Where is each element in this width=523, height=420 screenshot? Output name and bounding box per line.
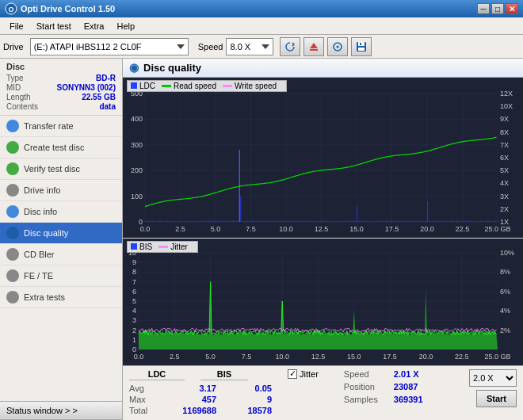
right-content: ◉ Disc quality LDC Read speed <box>123 59 523 420</box>
stats-row: LDC BIS Avg 3.17 0.05 Max 457 9 Total 11… <box>123 365 523 420</box>
top-chart-canvas <box>123 78 523 238</box>
media-button[interactable] <box>327 37 348 56</box>
title-bar: O Opti Drive Control 1.50 ─ □ ✕ <box>0 0 523 17</box>
speed-stat-label: Speed <box>344 369 387 379</box>
jitter-legend: Jitter <box>158 242 188 251</box>
nav-drive-info[interactable]: Drive info <box>0 180 122 201</box>
avg-bis-val: 0.05 <box>232 384 272 393</box>
refresh-button[interactable] <box>280 37 300 56</box>
left-panel: Disc Type BD-R MID SONYNN3 (002) Length … <box>0 59 123 420</box>
ldc-column-header: LDC <box>129 369 185 380</box>
svg-rect-3 <box>310 49 318 51</box>
speed-select[interactable]: 8.0 X <box>226 38 273 55</box>
svg-marker-2 <box>310 43 318 48</box>
speed-select-stats[interactable]: 2.0 X <box>469 369 517 387</box>
speed-label: Speed <box>198 42 223 52</box>
nav-disc-info[interactable]: Disc info <box>0 201 122 223</box>
disc-row-mid: MID SONYNN3 (002) <box>6 83 116 92</box>
disc-section: Disc Type BD-R MID SONYNN3 (002) Length … <box>0 59 122 116</box>
disc-row-type: Type BD-R <box>6 74 116 82</box>
drive-label: Drive <box>3 42 24 52</box>
eject-button[interactable] <box>303 37 324 56</box>
drive-bar: Drive (E:) ATAPI iHBS112 2 CL0F Speed 8.… <box>0 35 523 59</box>
nav-cd-bler[interactable]: CD Bler <box>0 244 122 265</box>
menu-help[interactable]: Help <box>110 20 141 32</box>
disc-quality-title: Disc quality <box>143 62 201 74</box>
total-bis-val: 18578 <box>232 406 272 415</box>
nav-fe-te[interactable]: FE / TE <box>0 265 122 287</box>
jitter-checkbox[interactable]: ✓ <box>288 369 297 379</box>
menu-start-test[interactable]: Start test <box>30 20 78 32</box>
app-icon: O <box>5 2 17 15</box>
position-val: 23087 <box>394 382 418 391</box>
max-ldc-val: 457 <box>177 395 216 404</box>
total-ldc-val: 1169688 <box>177 406 216 415</box>
jitter-checkbox-row: ✓ Jitter <box>288 369 319 379</box>
bis-legend: BIS <box>131 242 152 251</box>
svg-rect-8 <box>358 48 365 51</box>
disc-quality-header: ◉ Disc quality <box>123 59 523 78</box>
drive-info-icon <box>6 184 19 197</box>
nav-transfer-rate[interactable]: Transfer rate <box>0 116 122 137</box>
maximize-button[interactable]: □ <box>491 3 504 14</box>
samples-label: Samples <box>344 395 387 404</box>
chart-container: LDC Read speed Write speed <box>123 78 523 365</box>
main-area: Disc Type BD-R MID SONYNN3 (002) Length … <box>0 59 523 420</box>
speed-stat-val: 2.01 X <box>394 369 419 379</box>
transfer-icon <box>6 120 19 132</box>
svg-text:O: O <box>8 6 13 13</box>
avg-ldc-val: 3.17 <box>177 384 216 393</box>
disc-section-title: Disc <box>6 62 116 71</box>
menu-bar: File Start test Extra Help <box>0 17 523 35</box>
nav-disc-quality[interactable]: Disc quality <box>0 223 122 244</box>
bler-icon <box>6 248 19 261</box>
close-button[interactable]: ✕ <box>506 3 518 14</box>
max-bis-val: 9 <box>232 395 272 404</box>
read-speed-legend: Read speed <box>162 82 216 90</box>
bottom-chart: BIS Jitter <box>123 239 523 365</box>
app-title: Opti Drive Control 1.50 <box>21 4 115 13</box>
verify-icon <box>6 162 19 175</box>
minimize-button[interactable]: ─ <box>477 3 490 14</box>
samples-val: 369391 <box>394 395 423 404</box>
nav-verify-test-disc[interactable]: Verify test disc <box>0 158 122 180</box>
ldc-legend: LDC <box>131 82 155 90</box>
jitter-label: Jitter <box>300 369 319 379</box>
svg-rect-9 <box>360 43 361 45</box>
drive-select[interactable]: (E:) ATAPI iHBS112 2 CL0F <box>30 38 189 55</box>
fete-nav-icon <box>6 269 19 282</box>
max-label: Max <box>129 395 161 404</box>
menu-file[interactable]: File <box>3 20 30 32</box>
status-window-button[interactable]: Status window > > <box>0 401 122 420</box>
top-chart: LDC Read speed Write speed <box>123 78 523 239</box>
total-label: Total <box>129 406 161 415</box>
bis-column-header: BIS <box>200 369 248 380</box>
svg-point-5 <box>337 45 339 48</box>
disc-row-contents: Contents data <box>6 102 116 111</box>
position-label: Position <box>344 382 387 391</box>
quality-nav-icon <box>6 227 19 239</box>
quality-header-icon: ◉ <box>129 61 139 74</box>
bottom-chart-canvas <box>123 239 523 365</box>
menu-extra[interactable]: Extra <box>78 20 111 32</box>
nav-create-test-disc[interactable]: Create test disc <box>0 137 122 158</box>
extra-icon <box>6 291 19 304</box>
save-button[interactable] <box>351 37 372 56</box>
disc-info-icon <box>6 205 19 218</box>
start-button[interactable]: Start <box>476 390 517 407</box>
create-icon <box>6 141 19 154</box>
avg-label: Avg <box>129 384 161 393</box>
nav-extra-tests[interactable]: Extra tests <box>0 287 122 308</box>
disc-row-length: Length 22.55 GB <box>6 93 116 101</box>
write-speed-legend: Write speed <box>223 82 277 90</box>
